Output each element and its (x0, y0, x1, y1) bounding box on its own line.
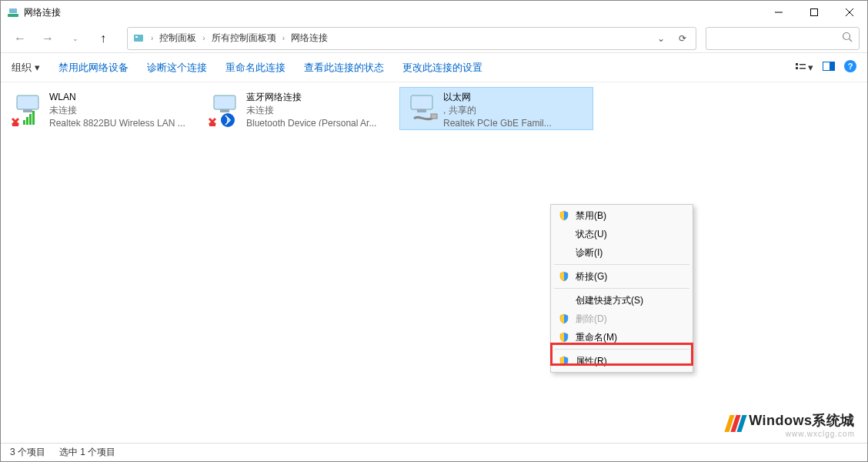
svg-rect-28 (417, 109, 426, 112)
dropdown-icon[interactable]: ⌄ (657, 33, 665, 44)
menu-item-label: 创建快捷方式(S) (576, 294, 685, 307)
svg-rect-20 (23, 120, 25, 125)
svg-rect-25 (220, 109, 229, 112)
svg-line-9 (850, 38, 853, 42)
svg-text:?: ? (848, 62, 853, 71)
svg-point-8 (843, 32, 850, 39)
item-count: 3 个项目 (10, 446, 45, 459)
menu-item-label: 禁用(B) (576, 209, 685, 223)
bluetooth-icon (206, 91, 243, 126)
svg-rect-18 (17, 95, 38, 109)
adapter-device: Realtek PCIe GbE Famil... (443, 117, 589, 126)
window-controls (761, 1, 867, 24)
refresh-icon[interactable]: ⟳ (679, 33, 686, 44)
menu-item[interactable]: 诊断(I) (553, 243, 691, 262)
svg-rect-11 (796, 67, 798, 69)
chevron-right-icon: › (151, 34, 153, 42)
up-button[interactable]: ↑ (92, 27, 115, 50)
menu-item-label: 桥接(G) (576, 270, 685, 283)
window-title: 网络连接 (24, 6, 761, 19)
adapter-name: 蓝牙网络连接 (246, 91, 392, 104)
svg-rect-0 (8, 14, 18, 17)
toolbar: 组织 ▾ 禁用此网络设备 诊断这个连接 重命名此连接 查看此连接的状态 更改此连… (1, 53, 867, 82)
toolbar-action[interactable]: 重命名此连接 (225, 61, 285, 75)
menu-separator (554, 349, 689, 350)
status-bar: 3 个项目 选中 1 个项目 (1, 443, 867, 461)
svg-rect-19 (23, 109, 32, 112)
menu-separator (554, 264, 689, 265)
search-box[interactable] (706, 27, 860, 50)
svg-rect-15 (830, 62, 835, 71)
menu-item-label: 诊断(I) (576, 246, 685, 259)
menu-item[interactable]: 状态(U) (553, 225, 691, 243)
svg-rect-24 (214, 95, 235, 109)
breadcrumb-item[interactable]: 所有控制面板项 (212, 32, 276, 45)
maximize-button[interactable] (796, 1, 832, 24)
toolbar-action[interactable]: 诊断这个连接 (147, 61, 207, 75)
watermark-title: Windows系统城 (749, 411, 855, 430)
chevron-right-icon: › (282, 34, 285, 42)
svg-rect-3 (811, 9, 818, 16)
view-options-icon[interactable]: ▾ (796, 62, 813, 73)
menu-item[interactable]: 重命名(M) (553, 328, 691, 346)
menu-item-label: 删除(D) (576, 313, 685, 326)
adapter-status: 未连接 (49, 104, 195, 117)
watermark: Windows系统城 www.wxclgg.com (727, 411, 855, 438)
wlan-icon (9, 91, 46, 126)
ethernet-icon (403, 91, 440, 126)
toolbar-action[interactable]: 禁用此网络设备 (58, 61, 129, 75)
adapter-status: , 共享的 (443, 104, 589, 117)
watermark-logo-icon (727, 415, 746, 435)
menu-item-label: 重命名(M) (576, 331, 685, 344)
watermark-sub: www.wxclgg.com (749, 430, 855, 438)
network-icon (7, 6, 19, 18)
adapter-device: Bluetooth Device (Personal Ar... (246, 117, 392, 126)
organize-menu[interactable]: 组织 ▾ (12, 61, 40, 75)
svg-rect-23 (32, 111, 35, 125)
item-selected: 选中 1 个项目 (59, 446, 115, 459)
adapter-name: WLAN (49, 91, 195, 104)
menu-item[interactable]: 禁用(B) (553, 206, 691, 225)
close-button[interactable] (832, 1, 867, 24)
breadcrumb-item[interactable]: 控制面板 (159, 32, 196, 45)
menu-item[interactable]: 桥接(G) (553, 267, 691, 286)
toolbar-action[interactable]: 查看此连接的状态 (304, 61, 384, 75)
toolbar-action[interactable]: 更改此连接的设置 (402, 61, 482, 75)
adapter-status: 未连接 (246, 104, 392, 117)
menu-item-label: 属性(R) (576, 355, 685, 368)
preview-pane-icon[interactable] (823, 62, 835, 73)
recent-button[interactable]: ⌄ (64, 27, 87, 50)
adapter-bluetooth[interactable]: 蓝牙网络连接 未连接 Bluetooth Device (Personal Ar… (202, 87, 396, 130)
search-icon (842, 32, 853, 45)
adapter-ethernet[interactable]: 以太网 , 共享的 Realtek PCIe GbE Famil... (399, 87, 593, 130)
svg-rect-12 (800, 64, 806, 65)
cp-icon (132, 32, 145, 45)
svg-rect-21 (26, 117, 28, 125)
svg-rect-22 (29, 114, 32, 125)
adapter-device: Realtek 8822BU Wireless LAN ... (49, 117, 195, 126)
forward-button[interactable]: → (36, 27, 59, 50)
help-icon[interactable]: ? (844, 60, 856, 75)
svg-rect-13 (800, 68, 806, 69)
menu-item[interactable]: 属性(R) (553, 352, 691, 370)
titlebar: 网络连接 (1, 1, 867, 24)
back-button[interactable]: ← (8, 27, 32, 50)
menu-item[interactable]: 创建快捷方式(S) (553, 291, 691, 310)
context-menu: 禁用(B)状态(U)诊断(I)桥接(G)创建快捷方式(S)删除(D)重命名(M)… (550, 204, 693, 373)
menu-item-label: 状态(U) (576, 228, 685, 241)
svg-rect-29 (431, 114, 437, 119)
adapter-wlan[interactable]: WLAN 未连接 Realtek 8822BU Wireless LAN ... (5, 87, 199, 130)
menu-item: 删除(D) (553, 310, 691, 328)
breadcrumb-item[interactable]: 网络连接 (291, 32, 328, 45)
svg-rect-7 (135, 36, 138, 38)
svg-rect-10 (796, 63, 798, 65)
svg-rect-6 (134, 35, 143, 42)
menu-separator (554, 288, 689, 289)
minimize-button[interactable] (761, 1, 796, 24)
chevron-right-icon: › (202, 34, 205, 42)
svg-rect-1 (9, 8, 17, 13)
address-bar[interactable]: › 控制面板 › 所有控制面板项 › 网络连接 ⌄ ⟳ (127, 27, 696, 50)
nav-row: ← → ⌄ ↑ › 控制面板 › 所有控制面板项 › 网络连接 ⌄ ⟳ (1, 24, 867, 53)
adapter-name: 以太网 (443, 91, 589, 104)
svg-rect-27 (411, 95, 432, 109)
